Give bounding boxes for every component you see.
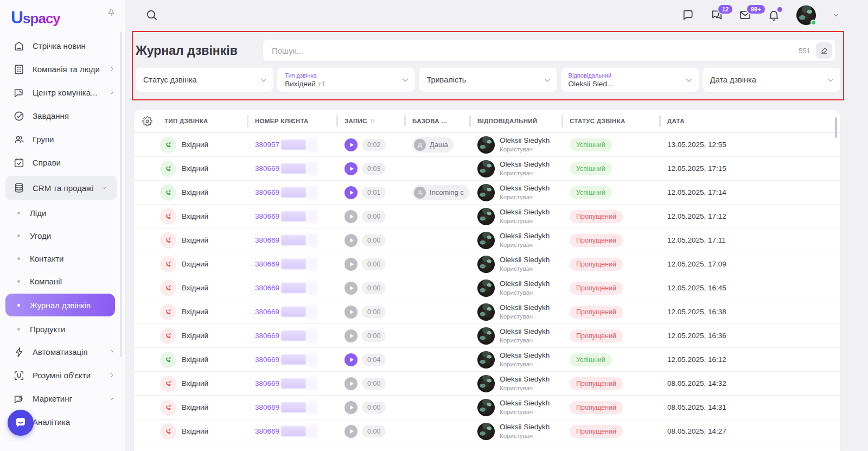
sidebar-item-7[interactable]: Автоматизація <box>0 340 125 364</box>
sidebar-subitem-3[interactable]: Компанії <box>0 270 125 293</box>
redaction-blur <box>307 424 318 439</box>
search-input[interactable] <box>272 46 799 55</box>
filter-3[interactable]: Відповідальний Oleksii Sied... <box>561 68 699 92</box>
client-number-link[interactable]: 380669 <box>255 212 279 220</box>
user-avatar[interactable] <box>796 5 816 25</box>
play-record-button[interactable] <box>344 234 358 247</box>
table-row-9[interactable]: Вхідний 380669 0:04 Oleksii SiedykhКорис… <box>134 348 840 372</box>
global-search-icon[interactable] <box>145 9 158 21</box>
marketing-icon <box>13 393 25 405</box>
play-record-button[interactable] <box>344 210 358 223</box>
table-row-5[interactable]: Вхідний 380669 0:00 Oleksii SiedykhКорис… <box>134 252 840 276</box>
sidebar-subitem-4[interactable]: Журнал дзвінків <box>5 294 115 316</box>
table-row-12[interactable]: Вхідний 380669 0:00 Oleksii SiedykhКорис… <box>134 420 840 443</box>
chat-widget-button[interactable] <box>8 410 34 436</box>
sidebar-item-8[interactable]: Розумні об'єкти <box>0 364 125 387</box>
clear-filters-button[interactable] <box>816 42 832 59</box>
sidebar-item-5[interactable]: Справи <box>0 151 125 174</box>
filter-0[interactable]: Статус дзвінка <box>136 68 273 92</box>
table-row-11[interactable]: Вхідний 380669 0:00 Oleksii SiedykhКорис… <box>134 396 840 420</box>
play-record-button[interactable] <box>344 258 358 271</box>
client-number-link[interactable]: 380669 <box>255 403 279 411</box>
sidebar-scrollbar[interactable] <box>120 31 122 357</box>
base-lead-chip[interactable]: Incoming call 3 <box>412 185 469 200</box>
sidebar-subitem-2[interactable]: Контакти <box>0 247 125 270</box>
column-header-3[interactable]: БАЗОВА ... <box>404 110 469 132</box>
notifications-bell-icon[interactable] <box>768 9 780 21</box>
pin-sidebar-icon[interactable] <box>106 8 116 20</box>
client-number-link[interactable]: 380669 <box>255 379 279 388</box>
play-record-button[interactable] <box>344 186 358 199</box>
sidebar-item-2[interactable]: Центр комуніка... <box>0 81 125 104</box>
table-row-10[interactable]: Вхідний 380669 0:00 Oleksii SiedykhКорис… <box>134 372 840 396</box>
client-number-link[interactable]: 380669 <box>255 236 279 244</box>
sidebar-subitem-5[interactable]: Продукти <box>0 317 125 340</box>
table-row-4[interactable]: Вхідний 380669 0:00 Oleksii SiedykhКорис… <box>134 228 840 252</box>
play-record-button[interactable] <box>344 306 358 319</box>
play-record-button[interactable] <box>344 425 358 438</box>
mail-icon[interactable]: 99+ <box>739 9 751 21</box>
base-contact-chip[interactable]: ДДаша <box>412 137 454 153</box>
sidebar-item-3[interactable]: Завдання <box>0 104 125 128</box>
play-record-button[interactable] <box>344 377 358 390</box>
column-header-1[interactable]: НОМЕР КЛІЄНТА <box>247 110 336 132</box>
client-number-link[interactable]: 380669 <box>255 427 279 435</box>
result-count: 551 <box>799 47 810 55</box>
redaction-blur <box>307 138 318 152</box>
table-row-7[interactable]: Вхідний 380669 0:00 Oleksii SiedykhКорис… <box>134 300 840 324</box>
redacted-number <box>281 426 306 436</box>
client-number-link[interactable]: 380669 <box>255 260 279 268</box>
table-settings-gear-icon[interactable] <box>134 116 160 126</box>
table-row-0[interactable]: Вхідний 380957 0:02 ДДаша Oleksii Siedyk… <box>134 133 840 157</box>
calendar-check-icon <box>13 157 25 169</box>
table-row-8[interactable]: Вхідний 380669 0:00 Oleksii SiedykhКорис… <box>134 324 840 348</box>
table-row-3[interactable]: Вхідний 380669 0:00 Oleksii SiedykhКорис… <box>134 205 840 228</box>
status-badge: Успішний <box>570 186 612 199</box>
client-number-link[interactable]: 380669 <box>255 355 279 364</box>
play-record-button[interactable] <box>344 401 358 414</box>
sidebar-item-6[interactable]: CRM та продажі <box>5 176 117 200</box>
comm-center-icon <box>13 87 25 99</box>
filter-2[interactable]: Тривалість <box>419 68 557 92</box>
column-header-6[interactable]: ДАТА <box>659 110 840 132</box>
chevron-right-icon <box>108 65 115 74</box>
status-badge: Успішний <box>570 138 612 151</box>
column-header-4[interactable]: ВІДПОВІДАЛЬНИЙ <box>469 110 561 132</box>
bullet-icon <box>17 234 20 237</box>
sidebar-item-9[interactable]: Маркетинг <box>0 387 125 410</box>
client-number-link[interactable]: 380957 <box>255 141 279 149</box>
sidebar-item-label: Справи <box>33 158 61 167</box>
comment-icon[interactable] <box>681 9 694 21</box>
sidebar-item-0[interactable]: Стрічка новин <box>0 34 125 58</box>
play-record-button[interactable] <box>344 162 358 175</box>
column-header-2[interactable]: ЗАПИС ↑↑ <box>336 110 404 132</box>
table-row-1[interactable]: Вхідний 380669 0:03 Oleksii SiedykhКорис… <box>134 157 840 181</box>
status-badge: Пропущений <box>570 258 623 271</box>
filter-label: Статус дзвінка <box>143 75 257 84</box>
client-number-link[interactable]: 380669 <box>255 164 279 173</box>
table-row-6[interactable]: Вхідний 380669 0:00 Oleksii SiedykhКорис… <box>134 276 840 300</box>
profile-chevron-down-icon[interactable] <box>832 11 840 19</box>
sidebar-subitem-0[interactable]: Ліди <box>0 201 125 224</box>
play-record-button[interactable] <box>344 353 358 366</box>
filter-1[interactable]: Тип дзвінка Вихідний +1 <box>277 68 415 92</box>
messenger-icon[interactable]: 12 <box>710 9 723 21</box>
client-number-link[interactable]: 380669 <box>255 188 279 196</box>
table-scrollbar[interactable] <box>835 117 837 138</box>
chat-smile-icon <box>13 415 28 430</box>
sidebar-subitem-1[interactable]: Угоди <box>0 224 125 247</box>
call-date: 12.05.2025, 16:36 <box>659 324 840 347</box>
column-header-0[interactable]: ТИП ДЗВІНКА <box>160 110 247 132</box>
incoming-call-icon <box>160 161 176 177</box>
table-row-2[interactable]: Вхідний 380669 0:01 Incoming call 3 Olek… <box>134 181 840 205</box>
play-record-button[interactable] <box>344 138 358 151</box>
sidebar-item-4[interactable]: Групи <box>0 128 125 151</box>
filter-4[interactable]: Дата дзвінка <box>703 68 840 92</box>
client-number-link[interactable]: 380669 <box>255 332 279 340</box>
client-number-link[interactable]: 380669 <box>255 284 279 292</box>
client-number-link[interactable]: 380669 <box>255 308 279 316</box>
play-record-button[interactable] <box>344 282 358 295</box>
sidebar-item-1[interactable]: Компанія та люди <box>0 58 125 81</box>
play-record-button[interactable] <box>344 329 358 342</box>
column-header-5[interactable]: СТАТУС ДЗВІНКА <box>561 110 659 132</box>
